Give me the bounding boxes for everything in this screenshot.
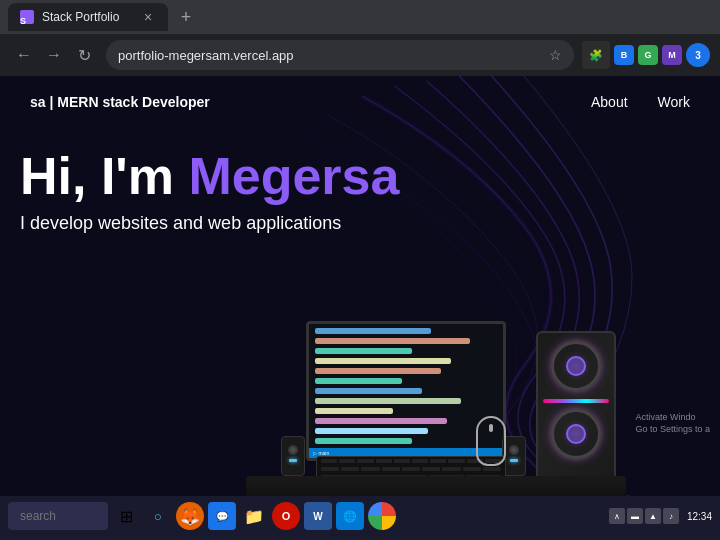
key <box>321 467 339 471</box>
system-tray: ∧ ▬ ▲ ♪ 12:34 <box>609 508 712 524</box>
address-bar[interactable]: portfolio-megersam.vercel.app ☆ <box>106 40 574 70</box>
extension-button-1[interactable]: 🧩 <box>582 41 610 69</box>
taskbar-icon-cortana[interactable]: ○ <box>144 502 172 530</box>
tray-battery-icon[interactable]: ▬ <box>627 508 643 524</box>
refresh-button[interactable]: ↻ <box>70 41 98 69</box>
mouse <box>476 416 506 466</box>
nav-buttons: ← → ↻ <box>10 41 98 69</box>
nav-link-about[interactable]: About <box>591 94 628 110</box>
taskbar-icon-opera[interactable]: O <box>272 502 300 530</box>
key <box>341 467 359 471</box>
key <box>430 459 446 463</box>
tray-network-icon[interactable]: ▲ <box>645 508 661 524</box>
key <box>422 467 440 471</box>
mouse-container <box>476 416 506 466</box>
key <box>483 467 501 471</box>
hero-subtitle: I develop websites and web applications <box>20 213 700 234</box>
mouse-scroll-wheel <box>489 424 493 432</box>
back-button[interactable]: ← <box>10 41 38 69</box>
tab-bar: S Stack Portfolio × + <box>0 0 720 34</box>
code-line-11 <box>315 428 428 434</box>
tray-volume-icon[interactable]: ♪ <box>663 508 679 524</box>
tab-title: Stack Portfolio <box>42 10 132 24</box>
keyboard-row-2 <box>317 465 505 473</box>
desk-surface <box>246 476 626 496</box>
nav-links: About Work <box>591 94 690 110</box>
site-logo: sa | MERN stack Developer <box>30 94 210 110</box>
computer-setup: ▷ main <box>246 236 626 496</box>
speaker-rgb-left <box>289 459 297 462</box>
tab-favicon: S <box>20 10 34 24</box>
speaker-dot-left <box>288 445 298 455</box>
code-line-10 <box>315 418 447 424</box>
system-clock: 12:34 <box>683 511 712 522</box>
forward-button[interactable]: → <box>40 41 68 69</box>
active-tab[interactable]: S Stack Portfolio × <box>8 3 168 31</box>
hero-title: Hi, I'm Megersa <box>20 148 700 205</box>
key <box>376 459 392 463</box>
activate-windows-watermark: Activate Windo Go to Settings to a <box>635 411 710 436</box>
profile-button[interactable]: 3 <box>686 43 710 67</box>
speaker-rgb-right <box>510 459 518 462</box>
website-content: sa | MERN stack Developer About Work Hi,… <box>0 76 720 496</box>
speaker-dot-right <box>509 445 519 455</box>
key <box>463 467 481 471</box>
taskbar-icon-word[interactable]: W <box>304 502 332 530</box>
tab-close-button[interactable]: × <box>140 9 156 25</box>
key <box>321 459 337 463</box>
site-nav: sa | MERN stack Developer About Work <box>0 76 720 128</box>
code-line-6 <box>315 378 402 384</box>
code-line-7 <box>315 388 422 394</box>
nav-link-work[interactable]: Work <box>658 94 690 110</box>
taskbar-icon-chrome[interactable] <box>368 502 396 530</box>
taskbar-icon-chat[interactable]: 💬 <box>208 502 236 530</box>
extension-icon-green[interactable]: G <box>638 45 658 65</box>
code-line-5 <box>315 368 441 374</box>
key <box>339 459 355 463</box>
bookmark-icon[interactable]: ☆ <box>549 47 562 63</box>
pc-fan-inner-bottom <box>566 424 586 444</box>
key <box>357 459 373 463</box>
activate-line-2: Go to Settings to a <box>635 423 710 436</box>
tray-up-arrow[interactable]: ∧ <box>609 508 625 524</box>
code-line-8 <box>315 398 461 404</box>
code-line-3 <box>315 348 412 354</box>
taskbar-icon-firefox[interactable]: 🦊 <box>176 502 204 530</box>
hero-section: Hi, I'm Megersa I develop websites and w… <box>0 128 720 234</box>
browser-actions: 🧩 B G M 3 <box>582 41 710 69</box>
extension-icon-blue[interactable]: B <box>614 45 634 65</box>
new-tab-button[interactable]: + <box>172 3 200 31</box>
pc-rgb-strip <box>543 399 609 403</box>
address-text: portfolio-megersam.vercel.app <box>118 48 541 63</box>
pc-fan-bottom <box>551 409 601 459</box>
browser-chrome: S Stack Portfolio × + ← → ↻ portfolio-me… <box>0 0 720 76</box>
taskbar-icon-files[interactable]: 📁 <box>240 502 268 530</box>
pc-fan-top <box>551 341 601 391</box>
taskbar-icon-windows[interactable]: ⊞ <box>112 502 140 530</box>
code-line-9 <box>315 408 393 414</box>
extension-icon-purple[interactable]: M <box>662 45 682 65</box>
taskbar-search-input[interactable] <box>8 502 108 530</box>
code-line-4 <box>315 358 451 364</box>
taskbar: ⊞ ○ 🦊 💬 📁 O W 🌐 ∧ ▬ ▲ ♪ 12:34 <box>0 496 720 536</box>
pc-tower <box>536 331 616 481</box>
pc-fan-inner-top <box>566 356 586 376</box>
key <box>442 467 460 471</box>
taskbar-icon-edge[interactable]: 🌐 <box>336 502 364 530</box>
address-bar-row: ← → ↻ portfolio-megersam.vercel.app ☆ 🧩 … <box>0 34 720 76</box>
code-line-12 <box>315 438 412 444</box>
key <box>412 459 428 463</box>
key <box>361 467 379 471</box>
hero-title-normal: Hi, I'm <box>20 147 188 205</box>
code-line-1 <box>315 328 431 334</box>
code-line-2 <box>315 338 470 344</box>
hero-title-highlight: Megersa <box>188 147 399 205</box>
key <box>394 459 410 463</box>
tray-icons: ∧ ▬ ▲ ♪ <box>609 508 679 524</box>
activate-line-1: Activate Windo <box>635 411 710 424</box>
speaker-left <box>281 436 305 476</box>
key <box>402 467 420 471</box>
key <box>448 459 464 463</box>
key <box>382 467 400 471</box>
